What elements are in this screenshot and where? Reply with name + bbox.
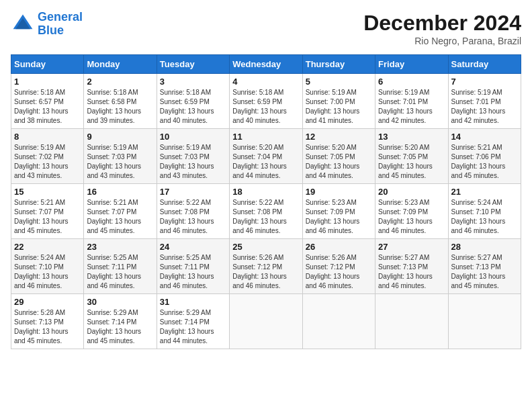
day-number: 12 [306, 132, 372, 142]
empty-cell [448, 294, 521, 349]
dow-header-monday: Monday [84, 55, 157, 74]
day-info: Sunrise: 5:20 AM Sunset: 7:05 PM Dayligh… [378, 143, 445, 181]
calendar-week-1: 1 Sunrise: 5:18 AM Sunset: 6:57 PM Dayli… [11, 74, 521, 129]
day-info: Sunrise: 5:24 AM Sunset: 7:10 PM Dayligh… [451, 198, 518, 236]
day-number: 31 [160, 297, 226, 307]
day-number: 9 [87, 132, 153, 142]
day-cell-26: 26 Sunrise: 5:26 AM Sunset: 7:12 PM Dayl… [302, 239, 375, 294]
day-cell-24: 24 Sunrise: 5:25 AM Sunset: 7:11 PM Dayl… [157, 239, 229, 294]
day-number: 3 [160, 77, 226, 87]
day-cell-9: 9 Sunrise: 5:19 AM Sunset: 7:03 PM Dayli… [84, 129, 157, 184]
day-info: Sunrise: 5:22 AM Sunset: 7:08 PM Dayligh… [232, 198, 299, 236]
dow-header-sunday: Sunday [11, 55, 84, 74]
calendar-body: 1 Sunrise: 5:18 AM Sunset: 6:57 PM Dayli… [11, 74, 521, 349]
day-number: 13 [378, 132, 445, 142]
day-cell-13: 13 Sunrise: 5:20 AM Sunset: 7:05 PM Dayl… [375, 129, 448, 184]
day-number: 10 [160, 132, 226, 142]
day-cell-21: 21 Sunrise: 5:24 AM Sunset: 7:10 PM Dayl… [448, 184, 521, 239]
day-info: Sunrise: 5:26 AM Sunset: 7:12 PM Dayligh… [306, 253, 372, 291]
day-cell-8: 8 Sunrise: 5:19 AM Sunset: 7:02 PM Dayli… [11, 129, 84, 184]
day-number: 18 [232, 187, 299, 197]
day-number: 21 [451, 187, 518, 197]
day-cell-12: 12 Sunrise: 5:20 AM Sunset: 7:05 PM Dayl… [302, 129, 375, 184]
day-info: Sunrise: 5:23 AM Sunset: 7:09 PM Dayligh… [306, 198, 372, 236]
day-info: Sunrise: 5:18 AM Sunset: 6:58 PM Dayligh… [87, 88, 153, 126]
dow-header-saturday: Saturday [448, 55, 521, 74]
calendar-week-4: 22 Sunrise: 5:24 AM Sunset: 7:10 PM Dayl… [11, 239, 521, 294]
day-cell-4: 4 Sunrise: 5:18 AM Sunset: 6:59 PM Dayli… [230, 74, 302, 129]
day-info: Sunrise: 5:20 AM Sunset: 7:05 PM Dayligh… [306, 143, 372, 181]
day-cell-14: 14 Sunrise: 5:21 AM Sunset: 7:06 PM Dayl… [448, 129, 521, 184]
day-info: Sunrise: 5:29 AM Sunset: 7:14 PM Dayligh… [160, 308, 226, 346]
day-info: Sunrise: 5:19 AM Sunset: 7:01 PM Dayligh… [378, 88, 445, 126]
day-cell-17: 17 Sunrise: 5:22 AM Sunset: 7:08 PM Dayl… [157, 184, 229, 239]
day-info: Sunrise: 5:21 AM Sunset: 7:06 PM Dayligh… [451, 143, 518, 181]
day-cell-16: 16 Sunrise: 5:21 AM Sunset: 7:07 PM Dayl… [84, 184, 157, 239]
day-cell-31: 31 Sunrise: 5:29 AM Sunset: 7:14 PM Dayl… [157, 294, 229, 349]
day-cell-2: 2 Sunrise: 5:18 AM Sunset: 6:58 PM Dayli… [84, 74, 157, 129]
day-info: Sunrise: 5:19 AM Sunset: 7:00 PM Dayligh… [306, 88, 372, 126]
day-cell-22: 22 Sunrise: 5:24 AM Sunset: 7:10 PM Dayl… [11, 239, 84, 294]
day-cell-28: 28 Sunrise: 5:27 AM Sunset: 7:13 PM Dayl… [448, 239, 521, 294]
day-cell-3: 3 Sunrise: 5:18 AM Sunset: 6:59 PM Dayli… [157, 74, 229, 129]
day-number: 7 [451, 77, 518, 87]
day-number: 17 [160, 187, 226, 197]
day-number: 20 [378, 187, 445, 197]
day-info: Sunrise: 5:19 AM Sunset: 7:01 PM Dayligh… [451, 88, 518, 126]
day-number: 25 [232, 242, 299, 252]
day-number: 2 [87, 77, 153, 87]
day-cell-7: 7 Sunrise: 5:19 AM Sunset: 7:01 PM Dayli… [448, 74, 521, 129]
day-info: Sunrise: 5:19 AM Sunset: 7:03 PM Dayligh… [87, 143, 153, 181]
day-cell-1: 1 Sunrise: 5:18 AM Sunset: 6:57 PM Dayli… [11, 74, 84, 129]
day-number: 26 [306, 242, 372, 252]
day-info: Sunrise: 5:24 AM Sunset: 7:10 PM Dayligh… [14, 253, 81, 291]
day-cell-15: 15 Sunrise: 5:21 AM Sunset: 7:07 PM Dayl… [11, 184, 84, 239]
day-info: Sunrise: 5:18 AM Sunset: 6:59 PM Dayligh… [232, 88, 299, 126]
day-number: 5 [306, 77, 372, 87]
dow-header-tuesday: Tuesday [157, 55, 229, 74]
day-number: 23 [87, 242, 153, 252]
dow-header-thursday: Thursday [302, 55, 375, 74]
calendar-week-2: 8 Sunrise: 5:19 AM Sunset: 7:02 PM Dayli… [11, 129, 521, 184]
day-cell-20: 20 Sunrise: 5:23 AM Sunset: 7:09 PM Dayl… [375, 184, 448, 239]
day-number: 15 [14, 187, 81, 197]
empty-cell [302, 294, 375, 349]
dow-header-friday: Friday [375, 55, 448, 74]
day-info: Sunrise: 5:22 AM Sunset: 7:08 PM Dayligh… [160, 198, 226, 236]
logo: General Blue [11, 11, 83, 38]
day-number: 4 [232, 77, 299, 87]
month-title: December 2024 [363, 11, 521, 36]
day-info: Sunrise: 5:27 AM Sunset: 7:13 PM Dayligh… [451, 253, 518, 291]
day-number: 11 [232, 132, 299, 142]
empty-cell [230, 294, 302, 349]
logo-text: General Blue [38, 11, 83, 38]
day-number: 14 [451, 132, 518, 142]
dow-header-wednesday: Wednesday [230, 55, 302, 74]
day-cell-10: 10 Sunrise: 5:19 AM Sunset: 7:03 PM Dayl… [157, 129, 229, 184]
logo-line1: General [38, 10, 83, 24]
day-info: Sunrise: 5:25 AM Sunset: 7:11 PM Dayligh… [87, 253, 153, 291]
day-info: Sunrise: 5:18 AM Sunset: 6:57 PM Dayligh… [14, 88, 81, 126]
day-cell-23: 23 Sunrise: 5:25 AM Sunset: 7:11 PM Dayl… [84, 239, 157, 294]
day-cell-11: 11 Sunrise: 5:20 AM Sunset: 7:04 PM Dayl… [230, 129, 302, 184]
title-block: December 2024 Rio Negro, Parana, Brazil [363, 11, 521, 46]
logo-icon [11, 12, 35, 36]
calendar-table: SundayMondayTuesdayWednesdayThursdayFrid… [11, 54, 521, 349]
location: Rio Negro, Parana, Brazil [363, 36, 521, 46]
day-info: Sunrise: 5:25 AM Sunset: 7:11 PM Dayligh… [160, 253, 226, 291]
day-number: 6 [378, 77, 445, 87]
logo-line2: Blue [38, 24, 64, 37]
day-cell-18: 18 Sunrise: 5:22 AM Sunset: 7:08 PM Dayl… [230, 184, 302, 239]
day-number: 8 [14, 132, 81, 142]
day-info: Sunrise: 5:29 AM Sunset: 7:14 PM Dayligh… [87, 308, 153, 346]
day-info: Sunrise: 5:21 AM Sunset: 7:07 PM Dayligh… [14, 198, 81, 236]
day-info: Sunrise: 5:23 AM Sunset: 7:09 PM Dayligh… [378, 198, 445, 236]
day-number: 22 [14, 242, 81, 252]
day-number: 27 [378, 242, 445, 252]
day-info: Sunrise: 5:20 AM Sunset: 7:04 PM Dayligh… [232, 143, 299, 181]
day-number: 30 [87, 297, 153, 307]
day-cell-29: 29 Sunrise: 5:28 AM Sunset: 7:13 PM Dayl… [11, 294, 84, 349]
day-number: 28 [451, 242, 518, 252]
day-info: Sunrise: 5:28 AM Sunset: 7:13 PM Dayligh… [14, 308, 81, 346]
day-info: Sunrise: 5:26 AM Sunset: 7:12 PM Dayligh… [232, 253, 299, 291]
